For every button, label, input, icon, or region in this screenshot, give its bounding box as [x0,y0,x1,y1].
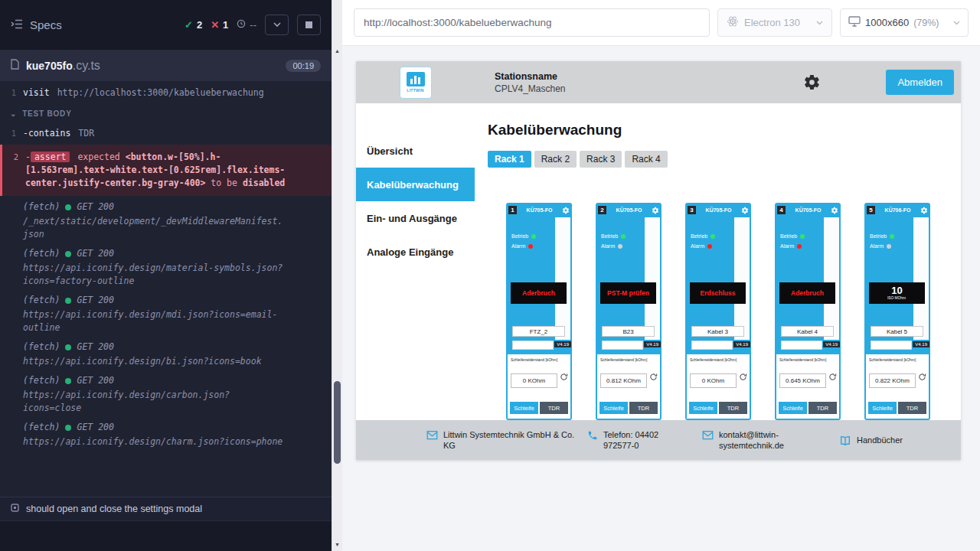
cable-name-field[interactable]: FTZ_2 [512,326,565,337]
littwin-logo: LITTWIN [400,67,432,99]
tdr-button[interactable]: TDR [808,402,837,414]
schleife-button[interactable]: Schleife [599,402,628,414]
network-log-row[interactable]: (fetch)GET 200https://api.iconify.design… [0,337,332,371]
led-label: Betrieb [601,233,618,239]
network-log-row[interactable]: (fetch)GET 200https://api.iconify.design… [0,244,332,291]
footer-item[interactable]: Telefon: 04402 972577-0 [587,429,674,452]
tdr-button[interactable]: TDR [629,402,658,414]
tdr-button[interactable]: TDR [540,402,568,414]
sidebar-item--bersicht[interactable]: Übersicht [356,134,475,168]
station-info: Stationsname CPLV4_Maschen [495,71,566,94]
aux-field [602,341,643,350]
spec-bar[interactable]: kue705fo.cy.ts 00:19 [0,51,332,81]
reporter-scrollbar[interactable]: ▲ ▼ [332,0,342,551]
page-title: Kabelüberwachung [488,122,961,139]
network-log-row[interactable]: (fetch)GET 200https://api.iconify.design… [0,418,332,452]
tab-rack-3[interactable]: Rack 3 [580,151,622,168]
specs-menu-button[interactable]: Specs [11,18,62,31]
aux-field [512,341,554,350]
command-name: contains [28,128,70,139]
url-bar[interactable]: http://localhost:3000/kabelueberwachung [354,8,710,37]
assert-expected-state: disabled [243,178,285,188]
refresh-icon[interactable] [560,373,568,381]
gear-icon[interactable] [831,207,838,214]
footer-item[interactable]: Handbücher [839,435,903,446]
gear-icon[interactable] [741,207,749,214]
network-log-row[interactable]: (fetch)GET 200/_next/static/development/… [0,197,332,244]
tdr-button[interactable]: TDR [719,402,747,414]
command-row[interactable]: 2-assert expected <button.w-[50%].h-[1.5… [0,145,332,196]
schleife-button[interactable]: Schleife [689,402,717,414]
collapse-reporter-button[interactable] [265,15,289,35]
led-indicator [707,244,712,249]
schleife-button[interactable]: Schleife [510,402,538,414]
device-number: 5 [867,206,875,214]
spec-extension: .cy.ts [73,59,100,72]
scrollbar-thumb[interactable] [334,381,341,464]
fetch-label: (fetch) [23,421,60,434]
measurement-panel: Schleifenwiderstand [kOhm]0.812 KOhmSchl… [597,354,660,419]
command-name: visit [23,87,50,98]
command-row[interactable]: 1-containsTDR [0,124,332,143]
schleife-button[interactable]: Schleife [779,402,807,414]
command-row[interactable]: 1visithttp://localhost:3000/kabelueberwa… [0,83,332,103]
scroll-down-arrow[interactable]: ▼ [332,541,342,549]
sidebar-item-ein-und-ausg-nge[interactable]: Ein- und Ausgänge [356,201,475,235]
measurement-panel: Schleifenwiderstand [kOhm]0.645 KOhmSchl… [776,354,839,419]
device-number: 3 [688,206,696,214]
measurement-value: 0.812 KOhm [600,373,647,388]
aut-panel: http://localhost:3000/kabelueberwachung … [342,0,980,551]
settings-gear-icon[interactable] [803,73,821,91]
tab-rack-2[interactable]: Rack 2 [534,151,577,168]
footer-item[interactable]: kontakt@littwin-systemtechnik.de [702,429,794,452]
next-test-row[interactable]: should open and close the settings modal [0,497,332,520]
network-log-row[interactable]: (fetch)GET 200https://api.iconify.design… [0,291,332,337]
cable-name-field[interactable]: Kabel 4 [781,326,834,337]
sidebar-item-kabel-berwachung[interactable]: Kabelüberwachung [356,168,475,201]
led-indicator [618,244,622,249]
viewport-select[interactable]: 1000x660 (79%) [840,8,969,37]
refresh-icon[interactable] [828,373,837,381]
gear-icon[interactable] [920,207,928,214]
refresh-icon[interactable] [649,373,658,381]
status-text: PST-M prüfen [607,289,649,297]
command-number [0,294,23,334]
command-number [0,374,23,415]
measurement-value: 0 KOhm [690,373,737,388]
cable-name-field[interactable]: Kabel 3 [691,326,744,337]
device-card: 5KÜ706-FOBetriebAlarm10ISO MOhmKabel 5V4… [864,203,930,420]
command-log[interactable]: 1visithttp://localhost:3000/kabelueberwa… [0,81,332,497]
specs-list-icon [11,18,23,31]
refresh-icon[interactable] [739,373,747,381]
schleife-button[interactable]: Schleife [868,402,897,414]
refresh-icon[interactable] [918,373,926,381]
viewport-size: 1000x660 [865,17,909,28]
scroll-up-arrow[interactable]: ▲ [332,47,342,55]
tdr-button[interactable]: TDR [898,402,926,414]
status-display: 10ISO MOhm [869,282,925,304]
firmware-version: V4.19 [644,341,661,347]
tab-rack-4[interactable]: Rack 4 [625,151,667,168]
app-frame: LITTWIN Stationsname CPLV4_Maschen Abmel… [356,61,961,460]
gear-icon[interactable] [562,207,570,214]
footer-item[interactable]: Littwin Systemtechnik GmbH & Co. KG [426,429,580,452]
cable-name-field[interactable]: B23 [602,326,655,337]
request-url: https://api.iconify.design/material-symb… [23,262,283,288]
led-label: Alarm [870,243,884,249]
network-log-row[interactable]: (fetch)GET 200https://api.iconify.design… [0,371,332,418]
measurement-value: 0.645 KOhm [779,373,826,388]
status-ok-dot [65,204,71,210]
http-status: GET 200 [77,421,113,434]
browser-select[interactable]: Electron 130 [717,8,832,37]
stop-run-button[interactable] [297,15,321,35]
status-ok-dot [65,344,71,350]
cable-name-field[interactable]: Kabel 5 [871,326,923,337]
device-model: KÜ705-FO [518,207,560,213]
logout-button[interactable]: Abmelden [886,70,954,95]
test-box-icon [11,504,19,514]
test-body-header[interactable]: ⌄TEST BODY [0,103,332,124]
assert-badge: assert [31,152,70,162]
gear-icon[interactable] [652,207,659,214]
tab-rack-1[interactable]: Rack 1 [488,151,531,168]
sidebar-item-analoge-eing-nge[interactable]: Analoge Eingänge [356,235,475,269]
